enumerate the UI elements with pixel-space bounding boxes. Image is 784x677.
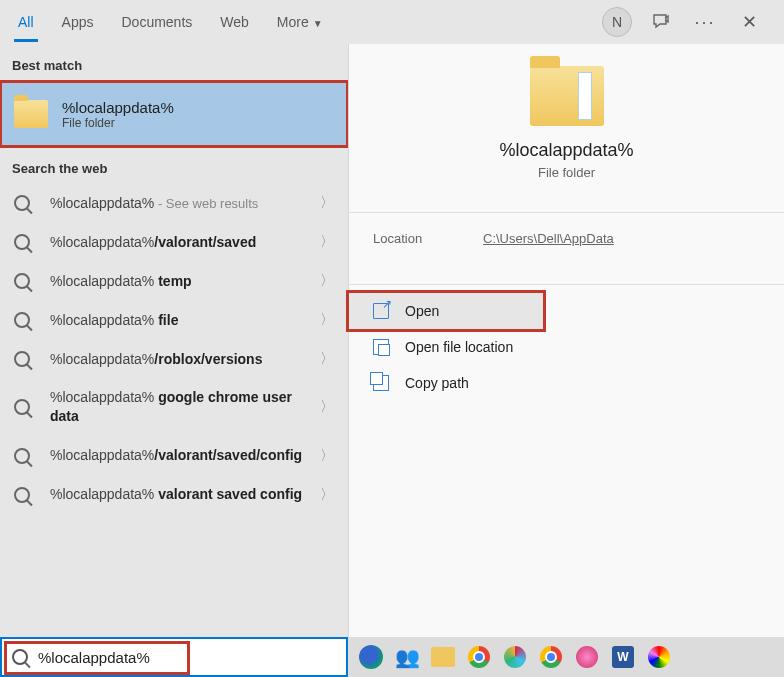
best-match-header: Best match xyxy=(0,44,348,81)
location-link[interactable]: C:\Users\Dell\AppData xyxy=(483,231,614,246)
chevron-right-icon: 〉 xyxy=(320,398,334,416)
tab-all[interactable]: All xyxy=(4,2,48,42)
search-icon xyxy=(12,649,28,665)
taskbar-slack-icon[interactable] xyxy=(498,640,532,674)
chevron-right-icon: 〉 xyxy=(320,350,334,368)
preview-subtitle: File folder xyxy=(369,165,764,180)
taskbar-app-icon[interactable] xyxy=(570,640,604,674)
close-icon[interactable]: ✕ xyxy=(730,3,768,41)
search-web-header: Search the web xyxy=(0,147,348,184)
feedback-icon[interactable] xyxy=(642,3,680,41)
best-match-subtitle: File folder xyxy=(62,116,174,130)
taskbar: 👥 W xyxy=(348,637,784,677)
folder-icon xyxy=(14,100,48,128)
search-icon xyxy=(14,351,30,367)
folder-icon xyxy=(530,66,604,126)
action-copy-path[interactable]: Copy path xyxy=(349,365,784,401)
web-result[interactable]: %localappdata%/valorant/saved〉 xyxy=(0,223,348,262)
chevron-right-icon: 〉 xyxy=(320,233,334,251)
search-bar[interactable] xyxy=(0,637,348,677)
web-result[interactable]: %localappdata% valorant saved config〉 xyxy=(0,475,348,514)
taskbar-chrome2-icon[interactable] xyxy=(534,640,568,674)
open-icon xyxy=(373,303,389,319)
web-result[interactable]: %localappdata%/roblox/versions〉 xyxy=(0,340,348,379)
web-result[interactable]: %localappdata% file〉 xyxy=(0,301,348,340)
taskbar-paint-icon[interactable] xyxy=(642,640,676,674)
search-icon xyxy=(14,273,30,289)
results-panel: Best match %localappdata% File folder Se… xyxy=(0,44,348,637)
taskbar-chrome-icon[interactable] xyxy=(462,640,496,674)
search-icon xyxy=(14,487,30,503)
tab-apps[interactable]: Apps xyxy=(48,2,108,42)
preview-panel: %localappdata% File folder Location C:\U… xyxy=(348,44,784,637)
search-icon xyxy=(14,399,30,415)
taskbar-word-icon[interactable]: W xyxy=(606,640,640,674)
taskbar-teams-icon[interactable]: 👥 xyxy=(390,640,424,674)
tab-more[interactable]: More ▼ xyxy=(263,2,337,42)
chevron-right-icon: 〉 xyxy=(320,272,334,290)
search-filter-tabs: All Apps Documents Web More ▼ N ··· ✕ xyxy=(0,0,784,44)
chevron-right-icon: 〉 xyxy=(320,311,334,329)
tab-documents[interactable]: Documents xyxy=(107,2,206,42)
action-open-location[interactable]: Open file location xyxy=(349,329,784,365)
web-result[interactable]: %localappdata%/valorant/saved/config〉 xyxy=(0,436,348,475)
search-input[interactable] xyxy=(38,649,336,666)
search-icon xyxy=(14,448,30,464)
more-options-icon[interactable]: ··· xyxy=(686,3,724,41)
account-avatar[interactable]: N xyxy=(598,3,636,41)
tab-web[interactable]: Web xyxy=(206,2,263,42)
action-open[interactable]: Open xyxy=(349,293,543,329)
chevron-right-icon: 〉 xyxy=(320,194,334,212)
best-match-result[interactable]: %localappdata% File folder xyxy=(0,81,348,147)
chevron-down-icon: ▼ xyxy=(313,18,323,29)
search-icon xyxy=(14,234,30,250)
search-icon xyxy=(14,312,30,328)
best-match-title: %localappdata% xyxy=(62,99,174,116)
location-label: Location xyxy=(373,231,483,246)
web-result[interactable]: %localappdata% temp〉 xyxy=(0,262,348,301)
taskbar-explorer-icon[interactable] xyxy=(426,640,460,674)
chevron-right-icon: 〉 xyxy=(320,486,334,504)
web-result[interactable]: %localappdata% google chrome user data〉 xyxy=(0,378,348,436)
taskbar-edge-icon[interactable] xyxy=(354,640,388,674)
file-location-icon xyxy=(373,339,389,355)
web-result[interactable]: %localappdata% - See web results〉 xyxy=(0,184,348,223)
search-icon xyxy=(14,195,30,211)
copy-icon xyxy=(373,375,389,391)
preview-title: %localappdata% xyxy=(369,140,764,161)
chevron-right-icon: 〉 xyxy=(320,447,334,465)
